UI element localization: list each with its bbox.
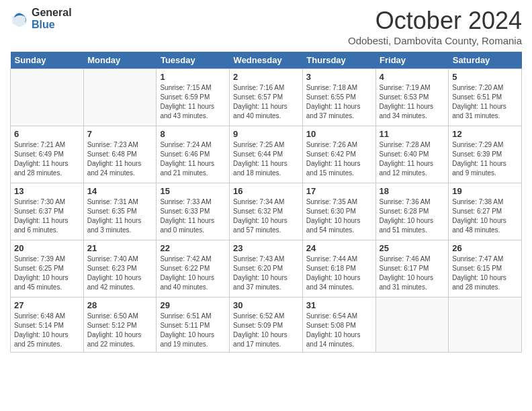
calendar-cell: 5Sunrise: 7:20 AM Sunset: 6:51 PM Daylig… — [449, 69, 522, 126]
logo-general: General — [32, 7, 72, 19]
calendar-cell: 10Sunrise: 7:26 AM Sunset: 6:42 PM Dayli… — [302, 126, 375, 183]
calendar-cell — [11, 69, 84, 126]
day-number: 30 — [233, 300, 299, 310]
day-info: Sunrise: 7:39 AM Sunset: 6:25 PM Dayligh… — [14, 255, 80, 292]
calendar-cell: 22Sunrise: 7:42 AM Sunset: 6:22 PM Dayli… — [157, 240, 230, 298]
day-info: Sunrise: 7:16 AM Sunset: 6:57 PM Dayligh… — [233, 83, 299, 121]
calendar-cell — [375, 298, 449, 353]
logo-blue: Blue — [32, 19, 72, 31]
day-number: 1 — [160, 72, 226, 82]
calendar-cell: 23Sunrise: 7:43 AM Sunset: 6:20 PM Dayli… — [230, 240, 303, 298]
calendar-cell: 7Sunrise: 7:23 AM Sunset: 6:48 PM Daylig… — [83, 126, 157, 183]
day-header-tuesday: Tuesday — [157, 52, 230, 69]
day-number: 29 — [160, 300, 226, 310]
day-number: 16 — [233, 186, 299, 196]
calendar-week-row: 13Sunrise: 7:30 AM Sunset: 6:37 PM Dayli… — [11, 183, 522, 240]
day-info: Sunrise: 7:34 AM Sunset: 6:32 PM Dayligh… — [233, 197, 299, 235]
day-number: 23 — [233, 243, 299, 253]
day-number: 19 — [452, 186, 518, 196]
day-number: 21 — [87, 243, 153, 253]
day-number: 14 — [87, 186, 153, 196]
calendar-cell: 31Sunrise: 6:54 AM Sunset: 5:08 PM Dayli… — [302, 298, 375, 353]
day-info: Sunrise: 7:43 AM Sunset: 6:20 PM Dayligh… — [233, 255, 299, 292]
day-number: 11 — [380, 129, 445, 139]
day-info: Sunrise: 7:30 AM Sunset: 6:37 PM Dayligh… — [14, 197, 80, 235]
day-info: Sunrise: 6:48 AM Sunset: 5:14 PM Dayligh… — [14, 312, 80, 349]
day-header-sunday: Sunday — [11, 52, 84, 69]
logo-icon — [10, 9, 29, 28]
day-number: 26 — [452, 243, 518, 253]
day-info: Sunrise: 7:40 AM Sunset: 6:23 PM Dayligh… — [87, 255, 153, 292]
day-info: Sunrise: 6:52 AM Sunset: 5:09 PM Dayligh… — [233, 312, 299, 349]
month-title: October 2024 — [348, 7, 522, 35]
page-header: General Blue October 2024 Odobesti, Damb… — [10, 7, 522, 46]
calendar-cell: 16Sunrise: 7:34 AM Sunset: 6:32 PM Dayli… — [230, 183, 303, 240]
day-number: 8 — [160, 129, 226, 139]
calendar-cell: 30Sunrise: 6:52 AM Sunset: 5:09 PM Dayli… — [230, 298, 303, 353]
day-info: Sunrise: 6:51 AM Sunset: 5:11 PM Dayligh… — [160, 312, 226, 349]
day-info: Sunrise: 7:36 AM Sunset: 6:28 PM Dayligh… — [380, 197, 445, 235]
calendar-cell: 21Sunrise: 7:40 AM Sunset: 6:23 PM Dayli… — [83, 240, 157, 298]
calendar-week-row: 6Sunrise: 7:21 AM Sunset: 6:49 PM Daylig… — [11, 126, 522, 183]
day-info: Sunrise: 7:21 AM Sunset: 6:49 PM Dayligh… — [14, 140, 80, 178]
calendar-cell: 3Sunrise: 7:18 AM Sunset: 6:55 PM Daylig… — [302, 69, 375, 126]
day-number: 3 — [306, 72, 372, 82]
day-number: 10 — [306, 129, 372, 139]
day-info: Sunrise: 7:24 AM Sunset: 6:46 PM Dayligh… — [160, 140, 226, 178]
calendar-cell: 28Sunrise: 6:50 AM Sunset: 5:12 PM Dayli… — [83, 298, 157, 353]
day-info: Sunrise: 7:31 AM Sunset: 6:35 PM Dayligh… — [87, 197, 153, 235]
day-number: 7 — [87, 129, 153, 139]
calendar-cell: 19Sunrise: 7:38 AM Sunset: 6:27 PM Dayli… — [449, 183, 522, 240]
day-header-wednesday: Wednesday — [230, 52, 303, 69]
day-number: 24 — [306, 243, 372, 253]
calendar-cell: 9Sunrise: 7:25 AM Sunset: 6:44 PM Daylig… — [230, 126, 303, 183]
day-info: Sunrise: 6:50 AM Sunset: 5:12 PM Dayligh… — [87, 312, 153, 349]
day-header-friday: Friday — [375, 52, 449, 69]
day-info: Sunrise: 7:42 AM Sunset: 6:22 PM Dayligh… — [160, 255, 226, 292]
day-number: 20 — [14, 243, 80, 253]
day-info: Sunrise: 7:28 AM Sunset: 6:40 PM Dayligh… — [380, 140, 445, 178]
day-number: 25 — [380, 243, 445, 253]
day-info: Sunrise: 7:15 AM Sunset: 6:59 PM Dayligh… — [160, 83, 226, 121]
day-number: 28 — [87, 300, 153, 310]
day-info: Sunrise: 7:46 AM Sunset: 6:17 PM Dayligh… — [380, 255, 445, 292]
day-info: Sunrise: 6:54 AM Sunset: 5:08 PM Dayligh… — [306, 312, 372, 349]
day-number: 12 — [452, 129, 518, 139]
day-number: 27 — [14, 300, 80, 310]
day-header-monday: Monday — [83, 52, 157, 69]
calendar-cell: 27Sunrise: 6:48 AM Sunset: 5:14 PM Dayli… — [11, 298, 84, 353]
day-info: Sunrise: 7:25 AM Sunset: 6:44 PM Dayligh… — [233, 140, 299, 178]
day-info: Sunrise: 7:20 AM Sunset: 6:51 PM Dayligh… — [452, 83, 518, 121]
day-number: 4 — [380, 72, 445, 82]
calendar-cell: 12Sunrise: 7:29 AM Sunset: 6:39 PM Dayli… — [449, 126, 522, 183]
location: Odobesti, Dambovita County, Romania — [348, 35, 522, 46]
calendar-table: SundayMondayTuesdayWednesdayThursdayFrid… — [10, 52, 522, 353]
calendar-cell: 6Sunrise: 7:21 AM Sunset: 6:49 PM Daylig… — [11, 126, 84, 183]
day-info: Sunrise: 7:35 AM Sunset: 6:30 PM Dayligh… — [306, 197, 372, 235]
day-info: Sunrise: 7:19 AM Sunset: 6:53 PM Dayligh… — [380, 83, 445, 121]
calendar-week-row: 20Sunrise: 7:39 AM Sunset: 6:25 PM Dayli… — [11, 240, 522, 298]
day-info: Sunrise: 7:38 AM Sunset: 6:27 PM Dayligh… — [452, 197, 518, 235]
day-info: Sunrise: 7:47 AM Sunset: 6:15 PM Dayligh… — [452, 255, 518, 292]
title-area: October 2024 Odobesti, Dambovita County,… — [348, 7, 522, 46]
calendar-cell: 25Sunrise: 7:46 AM Sunset: 6:17 PM Dayli… — [375, 240, 449, 298]
calendar-cell: 2Sunrise: 7:16 AM Sunset: 6:57 PM Daylig… — [230, 69, 303, 126]
calendar-cell: 15Sunrise: 7:33 AM Sunset: 6:33 PM Dayli… — [157, 183, 230, 240]
day-number: 6 — [14, 129, 80, 139]
logo-text: General Blue — [32, 7, 72, 30]
day-number: 18 — [380, 186, 445, 196]
calendar-cell: 8Sunrise: 7:24 AM Sunset: 6:46 PM Daylig… — [157, 126, 230, 183]
logo: General Blue — [10, 7, 72, 30]
calendar-cell — [83, 69, 157, 126]
calendar-cell — [449, 298, 522, 353]
calendar-cell: 13Sunrise: 7:30 AM Sunset: 6:37 PM Dayli… — [11, 183, 84, 240]
day-info: Sunrise: 7:18 AM Sunset: 6:55 PM Dayligh… — [306, 83, 372, 121]
day-number: 17 — [306, 186, 372, 196]
day-info: Sunrise: 7:23 AM Sunset: 6:48 PM Dayligh… — [87, 140, 153, 178]
calendar-week-row: 1Sunrise: 7:15 AM Sunset: 6:59 PM Daylig… — [11, 69, 522, 126]
day-number: 13 — [14, 186, 80, 196]
calendar-cell: 17Sunrise: 7:35 AM Sunset: 6:30 PM Dayli… — [302, 183, 375, 240]
calendar-cell: 26Sunrise: 7:47 AM Sunset: 6:15 PM Dayli… — [449, 240, 522, 298]
day-header-thursday: Thursday — [302, 52, 375, 69]
calendar-cell: 11Sunrise: 7:28 AM Sunset: 6:40 PM Dayli… — [375, 126, 449, 183]
